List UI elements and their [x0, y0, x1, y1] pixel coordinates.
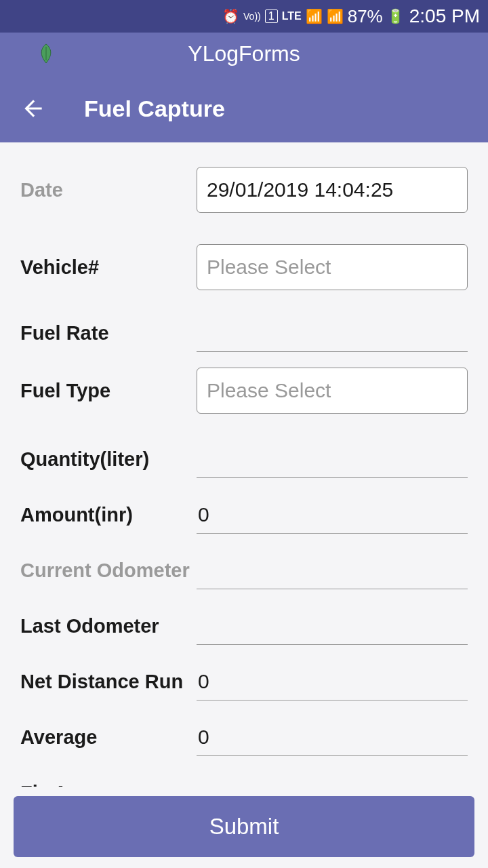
- amount-input[interactable]: [197, 496, 468, 534]
- submit-bar: Submit: [14, 796, 474, 857]
- row-quantity: Quantity(liter): [20, 434, 468, 484]
- app-header: YLogForms: [0, 33, 488, 75]
- status-icons: ⏰ Vo)) 1 LTE 📶 📶 87% 🔋 2:05 PM: [222, 5, 480, 27]
- net-distance-input[interactable]: [197, 663, 468, 701]
- battery-percent: 87%: [348, 6, 383, 27]
- date-input[interactable]: 29/01/2019 14:04:25: [197, 167, 468, 213]
- label-fuel-type: Fuel Type: [20, 380, 197, 402]
- quantity-input[interactable]: [197, 441, 468, 478]
- label-net-distance: Net Distance Run: [20, 671, 197, 693]
- fuel-type-select[interactable]: Please Select: [197, 368, 468, 414]
- row-date: Date 29/01/2019 14:04:25: [20, 163, 468, 217]
- lte-label: LTE: [282, 10, 302, 22]
- label-fix-average: Fix Average: [20, 782, 197, 787]
- label-date: Date: [20, 179, 197, 201]
- back-button[interactable]: [20, 96, 46, 121]
- row-last-odometer: Last Odometer: [20, 601, 468, 651]
- app-logo-icon: [34, 41, 58, 66]
- row-average: Average: [20, 712, 468, 762]
- row-fix-average: Fix Average: [20, 768, 468, 787]
- form-area: Date 29/01/2019 14:04:25 Vehicle# Please…: [0, 142, 488, 787]
- sim-icon: 1: [265, 9, 278, 23]
- battery-charging-icon: 🔋: [387, 8, 404, 24]
- label-average: Average: [20, 726, 197, 749]
- label-amount: Amount(inr): [20, 504, 197, 526]
- average-input[interactable]: [197, 719, 468, 756]
- row-net-distance: Net Distance Run: [20, 656, 468, 707]
- vehicle-select[interactable]: Please Select: [197, 244, 468, 290]
- app-title: YLogForms: [188, 41, 300, 66]
- row-fuel-rate: Fuel Rate: [20, 308, 468, 358]
- current-odometer-input[interactable]: [197, 552, 468, 589]
- signal-r1-icon: 📶: [306, 8, 323, 24]
- fuel-rate-input[interactable]: [197, 315, 468, 352]
- label-quantity: Quantity(liter): [20, 448, 197, 471]
- row-current-odometer: Current Odometer: [20, 545, 468, 595]
- row-vehicle: Vehicle# Please Select: [20, 240, 468, 294]
- signal-r2-icon: 📶: [327, 8, 344, 24]
- status-time: 2:05 PM: [409, 5, 480, 27]
- volte-icon: Vo)): [243, 12, 261, 21]
- submit-button[interactable]: Submit: [14, 796, 474, 857]
- status-bar: ⏰ Vo)) 1 LTE 📶 📶 87% 🔋 2:05 PM: [0, 0, 488, 33]
- row-amount: Amount(inr): [20, 490, 468, 540]
- label-vehicle: Vehicle#: [20, 256, 197, 279]
- label-fuel-rate: Fuel Rate: [20, 322, 197, 344]
- row-fuel-type: Fuel Type Please Select: [20, 363, 468, 418]
- sub-header: Fuel Capture: [0, 75, 488, 142]
- label-last-odometer: Last Odometer: [20, 615, 197, 637]
- last-odometer-input[interactable]: [197, 608, 468, 645]
- alarm-icon: ⏰: [222, 8, 239, 24]
- label-current-odometer: Current Odometer: [20, 559, 197, 582]
- page-title: Fuel Capture: [84, 96, 225, 122]
